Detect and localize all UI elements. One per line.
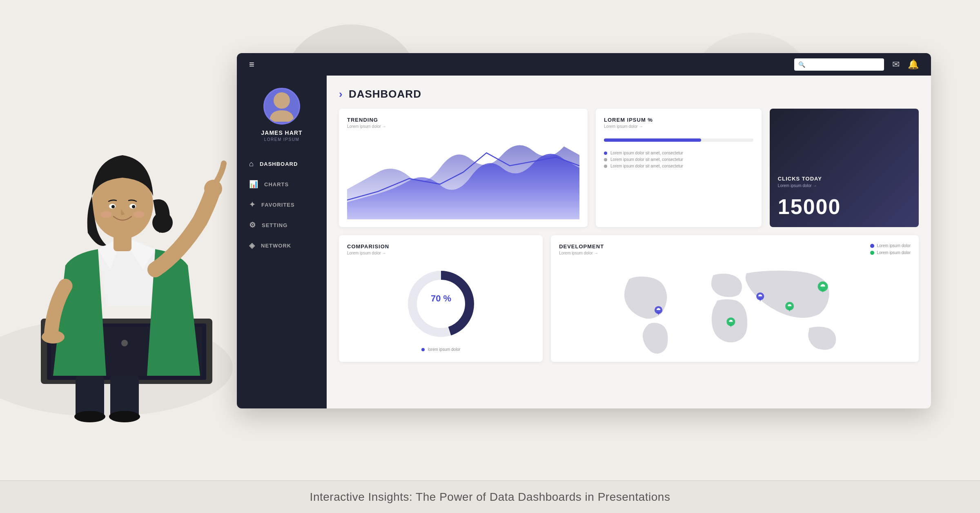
- sidebar-nav: ⌂ DASHBOARD 📊 CHARTS ✦ FAVORITES ⚙ SETTI…: [237, 154, 327, 256]
- search-box[interactable]: 🔍: [794, 58, 884, 71]
- svg-point-8: [74, 411, 105, 422]
- svg-point-15: [111, 205, 115, 208]
- progress-track: [604, 138, 753, 142]
- donut-container: 70 %: [404, 260, 478, 347]
- sidebar-item-favorites[interactable]: ✦ FAVORITES: [237, 194, 327, 215]
- dev-legend-item-1: Lorem ipsum dolor: [870, 243, 911, 248]
- lorem-subtitle: Lorem ipsum dolor →: [604, 124, 753, 129]
- avatar: [263, 88, 300, 125]
- sidebar-item-favorites-label: FAVORITES: [261, 202, 295, 208]
- bell-icon[interactable]: 🔔: [908, 59, 919, 70]
- clicks-today-card: CLICKS TODAY Lorem ipsum dolor → 15000: [770, 109, 919, 227]
- page-title: › DASHBOARD: [339, 88, 919, 100]
- top-navbar: ≡ 🔍 ✉ 🔔: [237, 53, 931, 76]
- svg-rect-7: [110, 376, 139, 417]
- svg-point-9: [109, 411, 140, 422]
- svg-point-12: [152, 212, 173, 233]
- bottom-caption-text: Interactive Insights: The Power of Data …: [310, 491, 670, 504]
- clicks-title: CLICKS TODAY: [778, 176, 911, 182]
- world-map: [559, 263, 911, 357]
- legend-text-2: Lorem ipsum dolor sit amet, consectetur: [610, 157, 683, 162]
- svg-point-21: [274, 92, 290, 109]
- comparison-legend-dot: [421, 348, 425, 351]
- setting-icon: ⚙: [249, 221, 256, 230]
- legend-item-2: Lorem ipsum dolor sit amet, consectetur: [604, 157, 753, 162]
- progress-bar-container: [604, 138, 753, 146]
- development-header: DEVELOPMENT Lorem ipsum dolor → Lorem ip…: [559, 243, 911, 260]
- dashboard-window: ≡ 🔍 ✉ 🔔 JAMES HART LOREM IPSUM ⌂: [237, 53, 931, 408]
- svg-point-16: [132, 205, 135, 208]
- lorem-percent-card: LOREM IPSUM % Lorem ipsum dolor → Lorem …: [596, 109, 762, 227]
- donut-chart: 70 %: [404, 267, 478, 341]
- dev-legend-text-1: Lorem ipsum dolor: [877, 243, 911, 248]
- comparison-legend: lorem ipsum dolor: [421, 347, 460, 352]
- svg-point-19: [204, 180, 222, 198]
- comparison-legend-text: lorem ipsum dolor: [428, 347, 460, 352]
- mail-icon[interactable]: ✉: [892, 59, 900, 70]
- dev-legend-item-2: Lorem ipsum dolor: [870, 250, 911, 255]
- comparison-subtitle: Lorem ipsum dolor →: [347, 251, 535, 255]
- search-icon: 🔍: [798, 61, 805, 68]
- development-title: DEVELOPMENT: [559, 243, 604, 250]
- search-input[interactable]: [808, 61, 880, 67]
- development-card: DEVELOPMENT Lorem ipsum dolor → Lorem ip…: [551, 235, 919, 362]
- trending-card: TRENDING Lorem ipsum dolor →: [339, 109, 588, 227]
- sidebar-item-charts[interactable]: 📊 CHARTS: [237, 174, 327, 194]
- comparison-card: COMPARISION Lorem ipsum dolor → 70 %: [339, 235, 543, 362]
- legend-dot-2: [604, 158, 607, 161]
- top-row: TRENDING Lorem ipsum dolor →: [339, 109, 919, 227]
- clicks-number: 15000: [778, 194, 911, 219]
- svg-point-24: [421, 283, 461, 324]
- sidebar-item-setting[interactable]: ⚙ SETTING: [237, 215, 327, 235]
- sidebar-item-dashboard-label: DASHBOARD: [260, 161, 298, 167]
- sidebar-item-charts-label: CHARTS: [264, 181, 289, 187]
- legend-dot-1: [604, 152, 607, 155]
- sidebar: JAMES HART LOREM IPSUM ⌂ DASHBOARD 📊 CHA…: [237, 76, 327, 408]
- user-role: LOREM IPSUM: [264, 137, 300, 142]
- comparison-title: COMPARISION: [347, 243, 535, 250]
- svg-rect-6: [76, 376, 104, 417]
- hamburger-icon[interactable]: ≡: [249, 59, 254, 70]
- sidebar-item-setting-label: SETTING: [262, 222, 287, 228]
- charts-icon: 📊: [249, 180, 258, 189]
- dashboard-content-area: › DASHBOARD TRENDING Lorem ipsum dolor →: [327, 76, 931, 408]
- dev-legend-dot-1: [870, 244, 874, 248]
- svg-point-5: [121, 340, 128, 346]
- legend-text-3: Lorem ipsum dolor sit amet, consectetur: [610, 164, 683, 168]
- svg-point-17: [100, 211, 112, 218]
- development-title-block: DEVELOPMENT Lorem ipsum dolor →: [559, 243, 604, 260]
- sidebar-item-dashboard[interactable]: ⌂ DASHBOARD: [237, 154, 327, 174]
- trending-chart: [347, 134, 579, 219]
- network-icon: ◈: [249, 241, 255, 250]
- dashboard-icon: ⌂: [249, 160, 254, 168]
- legend-dot-3: [604, 165, 607, 168]
- sidebar-item-network[interactable]: ◈ NETWORK: [237, 235, 327, 256]
- dev-legend-text-2: Lorem ipsum dolor: [877, 250, 911, 255]
- comparison-header: COMPARISION Lorem ipsum dolor →: [347, 243, 535, 260]
- svg-point-20: [42, 330, 65, 343]
- user-name: JAMES HART: [261, 129, 302, 136]
- page-title-arrow: ›: [339, 88, 343, 100]
- bottom-caption-bar: Interactive Insights: The Power of Data …: [0, 480, 980, 513]
- clicks-subtitle: Lorem ipsum dolor →: [778, 183, 911, 188]
- progress-fill: [604, 138, 701, 142]
- development-subtitle: Lorem ipsum dolor →: [559, 251, 604, 255]
- legend-item-1: Lorem ipsum dolor sit amet, consectetur: [604, 151, 753, 155]
- world-map-container: [559, 263, 911, 357]
- development-legend: Lorem ipsum dolor Lorem ipsum dolor: [870, 243, 911, 255]
- dev-legend-dot-2: [870, 251, 874, 255]
- sidebar-item-network-label: NETWORK: [261, 243, 291, 249]
- trending-subtitle: Lorem ipsum dolor →: [347, 124, 579, 129]
- svg-point-18: [133, 211, 145, 218]
- legend-item-3: Lorem ipsum dolor sit amet, consectetur: [604, 164, 753, 168]
- legend-text-1: Lorem ipsum dolor sit amet, consectetur: [610, 151, 683, 155]
- bottom-row: COMPARISION Lorem ipsum dolor → 70 %: [339, 235, 919, 362]
- trending-title: TRENDING: [347, 117, 579, 123]
- main-content: JAMES HART LOREM IPSUM ⌂ DASHBOARD 📊 CHA…: [237, 76, 931, 408]
- svg-text:70 %: 70 %: [430, 293, 451, 303]
- favorites-icon: ✦: [249, 200, 256, 209]
- lorem-title: LOREM IPSUM %: [604, 117, 753, 123]
